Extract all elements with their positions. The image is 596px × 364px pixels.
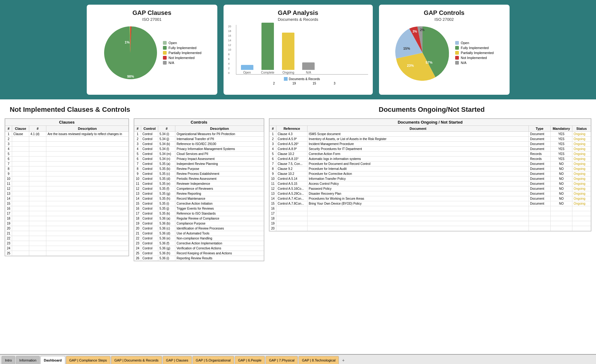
- controls-table-header: Controls: [134, 119, 264, 126]
- th-clause-type: Clause: [12, 126, 29, 132]
- legend-na-dot: [163, 61, 167, 65]
- tab-information[interactable]: Information: [16, 356, 40, 364]
- tab-intro[interactable]: Intro: [2, 356, 15, 364]
- tab-compliance-steps[interactable]: GAP | Compliance Steps: [66, 356, 110, 364]
- tab-clauses-label: GAP | Clauses: [166, 358, 188, 362]
- th-doc-type: Type: [529, 126, 551, 132]
- legend-na: N/A: [163, 61, 201, 65]
- th-ctrl-type: Control: [141, 126, 158, 132]
- clause-row-18: 18: [5, 216, 129, 221]
- analysis-title: GAP Analysis: [278, 9, 318, 16]
- control-row-23: 23 Control 5.36 (f) Corrective Action Im…: [134, 241, 264, 246]
- y-label-16: 16: [228, 34, 235, 37]
- doc-row-7: 7 Clause 7.5, Con... Procedure for Docum…: [270, 162, 591, 166]
- clauses-pie-chart: 98% 1%: [102, 25, 158, 81]
- legend-partial-label: Partially Implemented: [169, 51, 201, 55]
- clause-row-24: 24: [5, 246, 129, 251]
- ctrl-legend-na-dot: [455, 61, 459, 65]
- add-sheet-button[interactable]: +: [340, 357, 347, 364]
- tab-7-physical-label: GAP | 7.Physical: [269, 358, 294, 362]
- bar-na: N/A: [302, 62, 315, 74]
- tab-5-org-label: GAP | 5.Organizational: [196, 358, 231, 362]
- doc-row-20: 20: [270, 226, 591, 231]
- clause-row-8: 8: [5, 166, 129, 171]
- analysis-subtitle: Documents & Records: [278, 17, 318, 22]
- legend-not-impl: Not Implemented: [163, 56, 201, 60]
- tab-6-people[interactable]: GAP | 6.People: [235, 356, 265, 364]
- bar-complete: Complete: [261, 23, 275, 74]
- bar-complete-label: Complete: [261, 71, 275, 74]
- th-doc-doc: Document: [307, 126, 529, 132]
- clauses-legend: Open Fully Implemented Partially Impleme…: [163, 41, 201, 65]
- control-row-14: 14 Control 5.35 (h) Record Maintenance: [134, 196, 264, 201]
- doc-row-9: 9 Clause 10.2 Procedure for Corrective A…: [270, 171, 591, 176]
- ctrl-legend-not-impl-dot: [455, 56, 459, 60]
- controls-pie-chart: 57% 23% 15% 3% 2%: [395, 25, 450, 81]
- clause-row-15: 15: [5, 201, 129, 206]
- doc-row-11: 11 Control A.5.15 Access Control Policy …: [270, 181, 591, 186]
- analysis-bar-chart: 0 2 4 6 8 10 12 14 16 18 20: [228, 25, 368, 85]
- control-row-3: 3 Control 5.34 (k) Reference to ISO/IEC …: [134, 142, 264, 147]
- control-row-15: 15 Control 5.35 (i) Corrective Action In…: [134, 201, 264, 206]
- th-doc-num: #: [270, 126, 276, 132]
- clause-row-7: 7: [5, 162, 129, 166]
- doc-row-19: 19: [270, 221, 591, 226]
- clause-row-19: 19: [5, 221, 129, 226]
- tab-8-tech-label: GAP | 8.Technological: [302, 358, 335, 362]
- ctrl-legend-fully-label: Fully Implemented: [461, 46, 489, 50]
- th-clause-ref: #: [29, 126, 46, 132]
- control-row-10: 10 Control 5.35 (d) Periodic Review Asse…: [134, 176, 264, 181]
- controls-subtitle: ISO 27002: [434, 17, 454, 22]
- y-label-10: 10: [228, 48, 235, 51]
- legend-na-label: N/A: [169, 61, 174, 65]
- bar-val-open: 2: [268, 82, 280, 85]
- ctrl-legend-fully: Fully Implemented: [455, 46, 494, 50]
- control-row-7: 7 Control 5.35 (a) Independent Review Pl…: [134, 162, 264, 166]
- doc-row-2: 2 Control A.5.9* Inventory of Assets, or…: [270, 137, 591, 142]
- section-titles-row: Not Implemented Clauses & Controls Docum…: [0, 99, 596, 117]
- doc-row-8: 8 Clause 9.2 Procedure for Internal Audi…: [270, 166, 591, 171]
- tab-8-tech[interactable]: GAP | 8.Technological: [298, 356, 339, 364]
- pie-label-2: 2%: [420, 28, 425, 32]
- clause-row-20: 20: [5, 226, 129, 231]
- control-row-5: 5 Control 5.34 (m) Cloud Services and PI…: [134, 152, 264, 157]
- y-label-8: 8: [228, 53, 235, 56]
- ctrl-legend-na: N/A: [455, 61, 494, 65]
- doc-row-16: 16: [270, 206, 591, 211]
- legend-partial: Partially Implemented: [163, 51, 201, 55]
- bar-complete-visual: [261, 23, 274, 70]
- tab-dashboard-label: Dashboard: [44, 358, 62, 362]
- bar-legend-doc-dot: [284, 77, 288, 81]
- clauses-table: Clauses # Clause # Description 1 Clause …: [5, 119, 129, 256]
- ctrl-legend-na-label: N/A: [461, 61, 466, 65]
- legend-fully: Fully Implemented: [163, 46, 201, 50]
- tab-7-physical[interactable]: GAP | 7.Physical: [266, 356, 298, 364]
- th-doc-status: Status: [572, 126, 591, 132]
- bar-open-label: Open: [243, 71, 251, 74]
- bar-na-label: N/A: [306, 71, 311, 74]
- ctrl-legend-not-impl: Not Implemented: [455, 56, 494, 60]
- tab-docs-records-label: GAP | Documents & Records: [114, 358, 159, 362]
- control-row-24: 24 Control 5.36 (g) Verification of Corr…: [134, 246, 264, 251]
- ctrl-legend-not-impl-label: Not Implemented: [461, 56, 487, 60]
- bar-ongoing: Ongoing: [282, 33, 294, 74]
- gap-analysis-card: GAP Analysis Documents & Records 0 2 4 6…: [224, 5, 373, 95]
- spreadsheet-app: GAP Clauses ISO 27001 98% 1% Open: [0, 0, 596, 364]
- legend-fully-label: Fully Implemented: [169, 46, 196, 50]
- clause-row-1: 1 Clause 4.1 (d) Are the issues reviewed…: [5, 132, 129, 137]
- ctrl-legend-open: Open: [455, 41, 494, 45]
- control-row-6: 6 Control 5.34 (n) Privacy Impact Assess…: [134, 157, 264, 162]
- doc-row-15: 15 Control A.7.8Con... Bring Your Own De…: [270, 201, 591, 206]
- clause-row-11: 11: [5, 181, 129, 186]
- docs-tbody: 1 Clause 4.3 ISMS Scope document Documen…: [270, 132, 591, 231]
- control-row-8: 8 Control 5.35 (b) Review Purpose: [134, 166, 264, 171]
- tab-docs-records[interactable]: GAP | Documents & Records: [111, 356, 162, 364]
- tab-6-people-label: GAP | 6.People: [238, 358, 261, 362]
- tab-dashboard[interactable]: Dashboard: [40, 356, 65, 364]
- doc-row-18: 18: [270, 216, 591, 221]
- clause-row-3: 3: [5, 142, 129, 147]
- ctrl-legend-open-label: Open: [461, 41, 469, 45]
- tab-5-org[interactable]: GAP | 5.Organizational: [192, 356, 234, 364]
- tab-intro-label: Intro: [5, 358, 12, 362]
- tab-clauses[interactable]: GAP | Clauses: [163, 356, 192, 364]
